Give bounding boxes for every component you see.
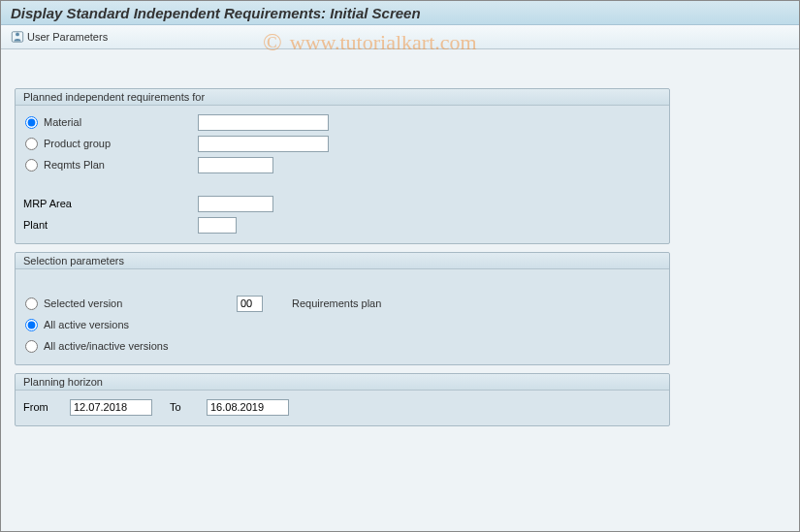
requirements-plan-label: Requirements plan xyxy=(292,297,381,309)
user-parameters-button[interactable]: User Parameters xyxy=(7,28,114,47)
selected-version-input[interactable] xyxy=(237,296,263,312)
radio-selected-version-label: Selected version xyxy=(44,297,122,309)
content-area: Planned independent requirements for Mat… xyxy=(1,49,799,531)
to-label: To xyxy=(170,401,199,413)
toolbar: User Parameters xyxy=(1,25,799,49)
radio-material-label: Material xyxy=(44,116,81,128)
page-title: Display Standard Independent Requirement… xyxy=(1,1,799,25)
radio-reqmts-plan[interactable] xyxy=(25,159,38,172)
radio-product-group[interactable] xyxy=(25,138,38,150)
user-parameters-icon xyxy=(11,30,24,44)
product-group-input[interactable] xyxy=(198,136,329,152)
plant-input[interactable] xyxy=(198,217,237,234)
radio-selected-version[interactable] xyxy=(25,297,38,310)
group-planning-horizon: Planning horizon From To xyxy=(15,373,670,426)
plant-label: Plant xyxy=(23,219,198,231)
radio-all-active-label: All active versions xyxy=(44,319,129,330)
group-planned-requirements: Planned independent requirements for Mat… xyxy=(15,88,670,244)
radio-product-group-label: Product group xyxy=(44,138,111,149)
mrp-area-label: MRP Area xyxy=(23,198,198,209)
mrp-area-input[interactable] xyxy=(198,196,273,212)
group-planning-horizon-title: Planning horizon xyxy=(16,374,669,391)
group-planned-requirements-title: Planned independent requirements for xyxy=(16,89,669,106)
from-label: From xyxy=(23,401,62,413)
to-date-input[interactable] xyxy=(207,399,289,416)
radio-material[interactable] xyxy=(25,116,38,129)
radio-reqmts-plan-label: Reqmts Plan xyxy=(44,159,105,171)
radio-all-active-inactive[interactable] xyxy=(25,340,38,353)
radio-all-active-inactive-label: All active/inactive versions xyxy=(44,340,168,352)
material-input[interactable] xyxy=(198,114,329,131)
reqmts-plan-input[interactable] xyxy=(198,157,273,173)
group-selection-params-title: Selection parameters xyxy=(16,253,669,269)
svg-point-0 xyxy=(16,32,19,36)
from-date-input[interactable] xyxy=(70,399,152,416)
group-selection-params: Selection parameters Selected version Re… xyxy=(15,252,670,365)
radio-all-active[interactable] xyxy=(25,319,38,331)
user-parameters-label: User Parameters xyxy=(27,31,108,43)
